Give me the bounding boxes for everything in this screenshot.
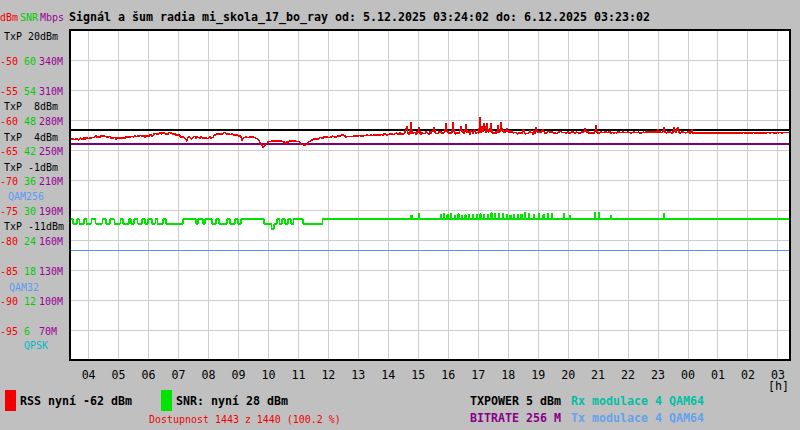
txp-label: TxP 20dBm [4, 31, 58, 42]
mbps-tick-label: 210M [39, 176, 63, 187]
mbps-tick-label: 280M [39, 116, 63, 127]
tx-modulace-label: Tx modulace 4 QAM64 [571, 412, 704, 425]
x-tick-label: 15 [411, 369, 425, 382]
modulation-label: QPSK [24, 340, 48, 351]
snr-tick-label: 48 [24, 116, 36, 127]
txpower-label: TXPOWER 5 dBm [470, 395, 561, 408]
x-tick-label: 22 [621, 369, 635, 382]
txp-label: TxP 8dBm [4, 101, 58, 112]
x-tick-label: 12 [321, 369, 335, 382]
snr-tick-label: 60 [24, 56, 36, 67]
x-tick-label: 09 [231, 369, 245, 382]
radio-signal-chart: Signál a šum radia mi_skola_17_bo_ray od… [0, 0, 800, 430]
x-tick-label: 08 [202, 369, 216, 382]
x-tick-label: 19 [531, 369, 545, 382]
dbm-tick-label: -55 [0, 86, 18, 97]
x-tick-label: 11 [291, 369, 305, 382]
snr-tick-label: 24 [24, 236, 36, 247]
dbm-tick-label: -85 [0, 266, 18, 277]
x-tick-label: 04 [82, 369, 96, 382]
txp-label: TxP -11dBm [4, 221, 64, 232]
dbm-tick-label: -95 [0, 326, 18, 337]
snr-legend-label: SNR: nyní 28 dBm [176, 395, 288, 408]
x-tick-label: 13 [351, 369, 365, 382]
mbps-tick-label: 160M [39, 236, 63, 247]
dbm-tick-label: -70 [0, 176, 18, 187]
x-tick-label: 05 [112, 369, 126, 382]
x-tick-label: 16 [441, 369, 455, 382]
x-tick-label: 17 [471, 369, 485, 382]
snr-tick-label: 12 [24, 296, 36, 307]
x-tick-label: 01 [711, 369, 725, 382]
snr-tick-label: 54 [24, 86, 36, 97]
mbps-tick-label: 250M [39, 146, 63, 157]
availability-label: Dostupnost 1443 z 1440 (100.2 %) [149, 414, 341, 425]
bitrate-label: BITRATE 256 M [470, 412, 561, 425]
dbm-tick-label: -75 [0, 206, 18, 217]
x-tick-label: 20 [561, 369, 575, 382]
snr-legend-swatch [161, 390, 172, 411]
unit-dbm: dBm [0, 12, 18, 23]
dbm-tick-label: -60 [0, 116, 18, 127]
mbps-tick-label: 340M [39, 56, 63, 67]
mbps-tick-label: 310M [39, 86, 63, 97]
x-axis-unit: [h] [768, 380, 789, 393]
rx-modulace-label: Rx modulace 4 QAM64 [571, 395, 704, 408]
plot-area [70, 30, 790, 360]
chart-canvas [0, 0, 800, 430]
snr-tick-label: 18 [24, 266, 36, 277]
rss-legend-swatch [5, 390, 16, 411]
rss-legend-label: RSS nyní -62 dBm [20, 395, 132, 408]
modulation-label: QAM32 [9, 282, 39, 293]
snr-tick-label: 36 [24, 176, 36, 187]
mbps-tick-label: 70M [39, 326, 57, 337]
x-tick-label: 23 [651, 369, 665, 382]
x-tick-label: 06 [142, 369, 156, 382]
chart-title: Signál a šum radia mi_skola_17_bo_ray od… [69, 11, 650, 24]
mbps-tick-label: 190M [39, 206, 63, 217]
dbm-tick-label: -65 [0, 146, 18, 157]
mbps-tick-label: 130M [39, 266, 63, 277]
x-tick-label: 21 [591, 369, 605, 382]
modulation-label: QAM256 [8, 191, 44, 202]
txp-label: TxP -1dBm [4, 162, 58, 173]
dbm-tick-label: -50 [0, 56, 18, 67]
x-tick-label: 10 [261, 369, 275, 382]
dbm-tick-label: -80 [0, 236, 18, 247]
mbps-tick-label: 100M [39, 296, 63, 307]
unit-snr: SNR [20, 12, 38, 23]
unit-mbps: Mbps [40, 12, 64, 23]
x-tick-label: 00 [681, 369, 695, 382]
txp-label: TxP 4dBm [4, 132, 58, 143]
x-tick-label: 02 [741, 369, 755, 382]
snr-tick-label: 30 [24, 206, 36, 217]
snr-tick-label: 42 [24, 146, 36, 157]
x-tick-label: 18 [501, 369, 515, 382]
dbm-tick-label: -90 [0, 296, 18, 307]
snr-tick-label: 6 [24, 326, 30, 337]
x-tick-label: 07 [172, 369, 186, 382]
x-tick-label: 14 [381, 369, 395, 382]
